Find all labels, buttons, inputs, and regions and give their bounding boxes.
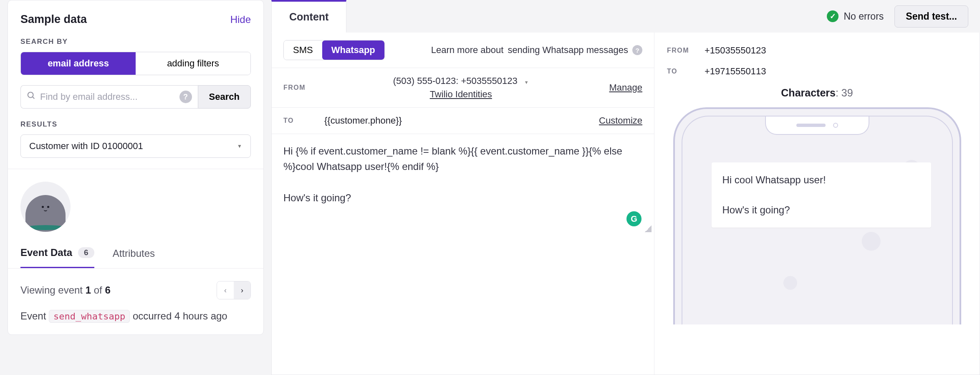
protocol-segment: SMS Whatsapp [283,40,385,60]
grammarly-icon[interactable]: G [626,211,642,226]
viewing-num: 1 [86,284,91,296]
divider [8,169,263,169]
main-area: Content ✓ No errors Send test... SMS Wha… [271,0,980,375]
learn-prefix: Learn more about [431,45,504,56]
search-input[interactable] [40,91,175,102]
chevron-down-icon: ▼ [524,80,529,85]
characters-label: Characters [781,87,836,99]
preview-from-value: +15035550123 [705,45,766,56]
status-text: No errors [844,11,884,22]
camera-icon [833,123,838,128]
chevron-down-icon: ▼ [237,143,242,149]
send-test-button[interactable]: Send test... [894,5,968,28]
twilio-identities-link[interactable]: Twilio Identities [430,89,492,100]
message-body-input[interactable]: Hi {% if event.customer_name != blank %}… [272,134,654,234]
sample-data-panel: Sample data Hide SEARCH BY email address… [8,0,264,335]
tab-content[interactable]: Content [271,0,346,33]
content-body: SMS Whatsapp Learn more about sending Wh… [271,33,980,375]
message-bubble: Hi cool Whatsapp user! How's it going? [712,162,931,228]
results-label: RESULTS [20,120,251,129]
preview-to-row: TO +19715550113 [667,61,967,82]
pager-prev[interactable]: ‹ [217,281,234,299]
phone-preview: Hi cool Whatsapp user! How's it going? [673,107,961,324]
protocol-row: SMS Whatsapp Learn more about sending Wh… [272,33,654,68]
event-count-badge: 6 [78,247,94,258]
preview-from-row: FROM +15035550123 [667,40,967,61]
learn-more: Learn more about sending Whatsapp messag… [431,45,642,56]
pager-next[interactable]: › [234,281,250,299]
tab-event-data-label: Event Data [20,247,72,258]
from-value: (503) 555-0123: +5035550123 [393,76,518,86]
event-pager-row: Viewing event 1 of 6 ‹ › [20,269,251,299]
proto-sms[interactable]: SMS [284,41,322,60]
characters-value: 39 [841,87,853,99]
viewing-prefix: Viewing event [20,284,86,296]
sample-data-header: Sample data Hide [20,13,251,26]
customer-avatar-wrap [20,182,251,232]
to-value[interactable]: {{customer.phone}} [324,115,587,126]
svg-line-1 [33,97,35,99]
manage-link[interactable]: Manage [609,82,642,93]
customize-link[interactable]: Customize [599,115,642,126]
event-prefix: Event [20,310,49,322]
help-icon[interactable]: ? [179,91,192,103]
to-label: TO [283,117,313,124]
search-row: ? Search [20,85,251,109]
characters-count: Characters: 39 [667,87,967,99]
speaker-icon [796,124,826,127]
to-row: TO {{customer.phone}} Customize [272,107,654,134]
check-icon: ✓ [827,10,839,22]
data-tabs: Event Data 6 Attributes [8,247,263,269]
preview-to-label: TO [667,68,696,75]
proto-whatsapp[interactable]: Whatsapp [322,41,384,60]
preview-to-value: +19715550113 [705,66,766,77]
search-button[interactable]: Search [198,85,251,109]
avatar [20,182,71,232]
editor-column: SMS Whatsapp Learn more about sending Wh… [272,33,654,375]
viewing-of: of [91,284,105,296]
event-code: send_whatsapp [49,310,130,323]
tab-event-data[interactable]: Event Data 6 [20,247,94,268]
event-suffix: occurred 4 hours ago [130,310,227,322]
topbar: Content ✓ No errors Send test... [271,0,980,33]
preview-from-label: FROM [667,47,696,54]
sample-data-sidebar: Sample data Hide SEARCH BY email address… [0,0,271,375]
results-select[interactable]: Customer with ID 01000001 ▼ [20,134,251,158]
phone-notch [765,117,869,135]
viewing-total: 6 [105,284,110,296]
hide-link[interactable]: Hide [230,14,251,25]
from-label: FROM [283,84,313,91]
help-icon[interactable]: ? [632,45,642,55]
event-description: Event send_whatsapp occurred 4 hours ago [20,299,251,322]
results-value: Customer with ID 01000001 [29,141,143,152]
phone-screen: Hi cool Whatsapp user! How's it going? [682,116,953,324]
learn-link[interactable]: sending Whatsapp messages [508,45,628,56]
preview-column: FROM +15035550123 TO +19715550113 Charac… [654,33,980,375]
svg-point-0 [28,92,33,98]
from-row: FROM (503) 555-0123: +5035550123 ▼ Twili… [272,68,654,107]
tab-attributes[interactable]: Attributes [113,247,155,268]
event-pager: ‹ › [217,281,251,299]
search-icon [27,91,36,103]
resize-handle[interactable] [645,226,652,232]
search-by-label: SEARCH BY [20,38,251,46]
status-no-errors: ✓ No errors [827,10,884,22]
seg-email-address[interactable]: email address [21,52,136,75]
sample-data-title: Sample data [20,13,87,26]
viewing-event-text: Viewing event 1 of 6 [20,284,111,296]
seg-adding-filters[interactable]: adding filters [136,52,250,75]
from-value-wrap[interactable]: (503) 555-0123: +5035550123 ▼ Twilio Ide… [324,76,597,100]
search-by-segment: email address adding filters [20,52,251,75]
search-box[interactable]: ? [20,85,198,109]
